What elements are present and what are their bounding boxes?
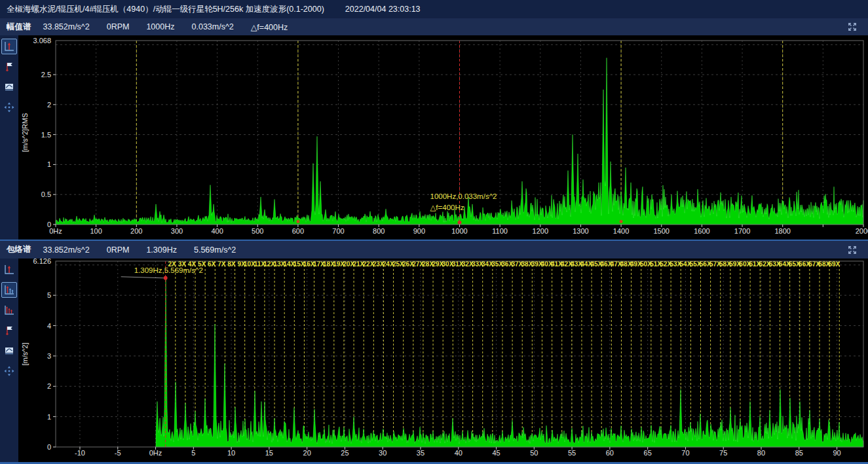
amplitude-expand-button[interactable]: [847, 22, 858, 32]
svg-text:45: 45: [492, 449, 500, 457]
svg-text:1100: 1100: [492, 227, 508, 235]
envelope-spectrum-chart[interactable]: 2X3X4X5X6X7X8X9X10X11X12X13X14X15X16X17X…: [18, 259, 868, 462]
delta-f-value: △f=400Hz: [251, 22, 288, 32]
svg-text:1300: 1300: [573, 227, 588, 235]
svg-text:75: 75: [719, 449, 727, 457]
svg-text:1: 1: [47, 160, 51, 168]
svg-text:0: 0: [47, 443, 51, 451]
svg-text:1400: 1400: [613, 227, 629, 235]
single-cursor-icon: [3, 41, 15, 52]
pan-icon: [3, 365, 15, 377]
single-cursor-tool[interactable]: [1, 262, 17, 277]
svg-text:20: 20: [303, 449, 311, 457]
svg-text:15: 15: [265, 449, 273, 457]
svg-text:2: 2: [47, 101, 51, 109]
svg-text:1700: 1700: [734, 227, 750, 235]
svg-text:0Hz: 0Hz: [49, 227, 62, 235]
sideband-cursor-tool[interactable]: [1, 302, 17, 318]
svg-text:1.309Hz,5.569m/s^2: 1.309Hz,5.569m/s^2: [134, 266, 203, 274]
svg-text:5: 5: [191, 449, 195, 457]
amplitude-panel-title: 幅值谱: [7, 22, 31, 33]
harmonic-cursor-icon: [3, 284, 15, 296]
svg-text:0Hz: 0Hz: [149, 449, 162, 457]
svg-text:500: 500: [252, 227, 263, 235]
envelope-cursor-amplitude-value: 5.569m/s^2: [194, 245, 236, 255]
amplitude-spectrum-chart[interactable]: 1000Hz,0.033m/s^2△f=400Hz0Hz100200300400…: [18, 35, 868, 240]
flag-marker-tool[interactable]: [1, 59, 17, 75]
expand-icon: [847, 245, 858, 255]
envelope-toolbar: [0, 259, 18, 462]
flag-icon: [3, 61, 15, 73]
pan-icon: [3, 101, 15, 113]
svg-text:0: 0: [47, 221, 51, 228]
amplitude-panel-body: 1000Hz,0.033m/s^2△f=400Hz0Hz100200300400…: [0, 35, 868, 240]
vibration-analysis-app: 全椒海螺水泥/辊压机/4#辊压机（4940）/动辊一级行星轮5H/256k 加速…: [0, 0, 868, 464]
svg-text:5: 5: [47, 291, 51, 299]
svg-text:60: 60: [606, 449, 614, 457]
envelope-panel-title: 包络谱: [7, 244, 31, 255]
single-cursor-icon: [3, 264, 15, 276]
svg-text:2: 2: [47, 382, 51, 390]
flag-marker-tool[interactable]: [1, 323, 17, 338]
svg-text:10: 10: [227, 449, 235, 457]
svg-text:100: 100: [90, 227, 102, 235]
trend-chart-icon: [3, 81, 15, 93]
timestamp: 2022/04/04 23:03:13: [345, 5, 421, 14]
svg-text:30: 30: [379, 449, 387, 457]
title-bar: 全椒海螺水泥/辊压机/4#辊压机（4940）/动辊一级行星轮5H/256k 加速…: [0, 0, 868, 18]
single-cursor-tool[interactable]: [1, 39, 17, 54]
svg-text:6.126: 6.126: [33, 259, 51, 265]
svg-text:[m/s^2]: [m/s^2]: [21, 342, 29, 365]
svg-text:85: 85: [795, 449, 803, 457]
rpm-value: 0RPM: [107, 22, 130, 31]
svg-text:1600: 1600: [694, 227, 709, 235]
svg-text:2000: 2000: [856, 227, 868, 235]
envelope-expand-button[interactable]: [847, 245, 858, 255]
svg-text:400: 400: [211, 227, 223, 235]
flag-icon: [3, 325, 15, 336]
envelope-rpm-value: 0RPM: [107, 245, 130, 255]
trend-chart-icon: [3, 345, 15, 357]
svg-text:700: 700: [332, 227, 344, 235]
svg-text:6X: 6X: [208, 260, 216, 268]
svg-text:600: 600: [292, 227, 304, 235]
svg-text:900: 900: [413, 227, 425, 235]
svg-text:200: 200: [130, 227, 142, 235]
pan-tool[interactable]: [1, 363, 17, 379]
envelope-panel-header: 包络谱 33.852m/s^2 0RPM 1.309Hz 5.569m/s^2: [0, 241, 868, 259]
svg-text:4: 4: [47, 322, 51, 330]
svg-text:3: 3: [47, 352, 51, 360]
svg-text:70: 70: [681, 449, 689, 457]
envelope-cursor-frequency-value: 1.309Hz: [146, 245, 177, 255]
harmonic-cursor-tool[interactable]: [1, 282, 17, 298]
svg-text:800: 800: [373, 227, 385, 235]
breadcrumb: 全椒海螺水泥/辊压机/4#辊压机（4940）/动辊一级行星轮5H/256k 加速…: [7, 4, 324, 15]
amplitude-toolbar: [0, 35, 18, 240]
cursor-amplitude-value: 0.033m/s^2: [192, 22, 234, 31]
svg-text:1.5: 1.5: [41, 131, 51, 139]
svg-text:1000: 1000: [451, 227, 467, 235]
trend-chart-tool[interactable]: [1, 79, 17, 95]
envelope-overall-value: 33.852m/s^2: [43, 245, 90, 255]
svg-text:1200: 1200: [533, 227, 548, 235]
svg-text:1800: 1800: [774, 227, 790, 235]
svg-text:1500: 1500: [654, 227, 670, 235]
svg-text:1000Hz,0.033m/s^2: 1000Hz,0.033m/s^2: [430, 192, 497, 200]
svg-text:50: 50: [530, 449, 538, 457]
pan-tool[interactable]: [1, 99, 17, 115]
cursor-frequency-value: 1000Hz: [146, 22, 174, 31]
svg-text:40: 40: [455, 449, 462, 457]
svg-text:90: 90: [833, 449, 840, 457]
svg-text:25: 25: [341, 449, 349, 457]
svg-text:△f=400Hz: △f=400Hz: [430, 204, 464, 211]
overall-rms-value: 33.852m/s^2: [43, 22, 90, 31]
svg-text:3.068: 3.068: [33, 37, 51, 45]
svg-text:7X: 7X: [217, 260, 226, 268]
svg-text:-5: -5: [115, 449, 121, 457]
trend-chart-tool[interactable]: [1, 343, 17, 359]
svg-text:55: 55: [568, 449, 576, 457]
svg-text:8X: 8X: [227, 260, 236, 268]
svg-text:1: 1: [47, 413, 51, 421]
svg-text:65: 65: [644, 449, 652, 457]
svg-text:0.5: 0.5: [41, 190, 51, 198]
